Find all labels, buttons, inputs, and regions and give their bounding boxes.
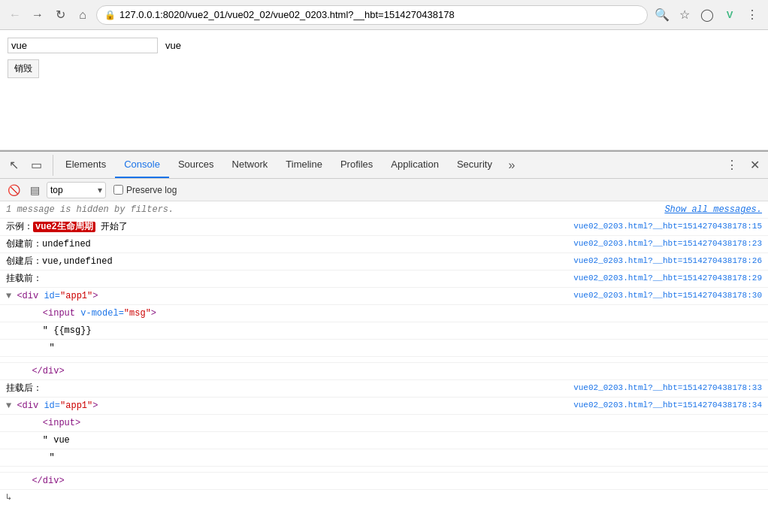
tab-elements[interactable]: Elements bbox=[56, 152, 115, 178]
console-line-input2: <input> bbox=[0, 415, 768, 432]
show-all-messages-link[interactable]: Show all messages. bbox=[664, 203, 762, 216]
console-line-input-vmodel: <input v-model="msg"> bbox=[0, 305, 768, 322]
closing-quote2-text: " bbox=[6, 451, 762, 464]
console-line-close-div1: </div> bbox=[0, 363, 768, 380]
devtools-actions: ⋮ ✕ bbox=[721, 155, 765, 176]
clear-console-button[interactable]: 🚫 bbox=[5, 181, 23, 199]
filter-icon: ▤ bbox=[30, 184, 40, 196]
console-line-before-mount: 挂载前： vue02_0203.html?__hbt=1514270438178… bbox=[0, 271, 768, 288]
devtools-panel: ↖ ▭ Elements Console Sources Network Tim… bbox=[0, 150, 768, 532]
before-mount-source-link[interactable]: vue02_0203.html?__hbt=1514270438178:29 bbox=[573, 272, 762, 286]
filter-button[interactable]: ▤ bbox=[26, 181, 44, 199]
console-line-example: 示例：vue2生命周期 开始了 vue02_0203.html?__hbt=15… bbox=[0, 219, 768, 236]
created-source-link[interactable]: vue02_0203.html?__hbt=1514270438178:26 bbox=[573, 255, 762, 268]
filter-input-wrap: ▾ bbox=[47, 182, 106, 198]
devtools-close-button[interactable]: ✕ bbox=[744, 155, 765, 176]
input2-text: <input> bbox=[6, 416, 762, 430]
created-text: 创建后：vue,undefined bbox=[6, 255, 573, 268]
console-bottom-indicator: ↳ bbox=[0, 490, 768, 504]
bookmark-button[interactable]: ☆ bbox=[675, 5, 694, 25]
after-mount-source-link[interactable]: vue02_0203.html?__hbt=1514270438178:33 bbox=[573, 382, 762, 395]
div-tag: <div bbox=[17, 291, 44, 301]
toolbar-actions: 🔍 ☆ ◯ V ⋮ bbox=[652, 5, 762, 25]
preserve-log-checkbox[interactable] bbox=[113, 185, 123, 195]
lock-icon: 🔒 bbox=[104, 10, 116, 20]
after-mount-text: 挂载后： bbox=[6, 382, 573, 395]
attr-val: "app1" bbox=[60, 291, 92, 301]
console-line-before-create: 创建前：undefined vue02_0203.html?__hbt=1514… bbox=[0, 236, 768, 253]
lifecycle-badge: vue2生命周期 bbox=[33, 222, 95, 232]
more-options-button[interactable]: ⋮ bbox=[742, 5, 762, 25]
url-input[interactable] bbox=[119, 9, 639, 20]
tab-security[interactable]: Security bbox=[448, 152, 501, 178]
console-line-closing-quote2: " bbox=[0, 449, 768, 467]
devtools-header: ↖ ▭ Elements Console Sources Network Tim… bbox=[0, 152, 768, 179]
devtools-tabs: Elements Console Sources Network Timelin… bbox=[56, 152, 721, 178]
destroy-button[interactable]: 销毁 bbox=[8, 59, 39, 78]
dom2-text: ▼ <div id="app1"> bbox=[6, 399, 573, 413]
back-button[interactable]: ← bbox=[6, 6, 24, 24]
console-toolbar: 🚫 ▤ ▾ Preserve log bbox=[0, 179, 768, 201]
tab-application[interactable]: Application bbox=[382, 152, 448, 178]
attr-id: id= bbox=[44, 291, 60, 301]
vue-extension-button[interactable]: V bbox=[720, 5, 739, 25]
preserve-log-wrap: Preserve log bbox=[113, 185, 177, 195]
example-source-link[interactable]: vue02_0203.html?__hbt=1514270438178:15 bbox=[573, 220, 762, 234]
tab-profiles[interactable]: Profiles bbox=[331, 152, 382, 178]
triangle-icon: ▼ bbox=[6, 291, 17, 301]
close-div2-text: </div> bbox=[6, 474, 762, 488]
console-line-close-div2: </div> bbox=[0, 473, 768, 490]
console-line-msg-template: " {{msg}} bbox=[0, 322, 768, 340]
device-toolbar-button[interactable]: ▭ bbox=[26, 155, 47, 176]
before-create-source-link[interactable]: vue02_0203.html?__hbt=1514270438178:23 bbox=[573, 237, 762, 251]
search-button[interactable]: 🔍 bbox=[652, 5, 672, 25]
dom1-source-link[interactable]: vue02_0203.html?__hbt=1514270438178:30 bbox=[573, 289, 762, 303]
console-line-blank2 bbox=[0, 467, 768, 473]
example-suffix: 开始了 bbox=[95, 222, 128, 232]
console-line-blank1 bbox=[0, 357, 768, 363]
tab-timeline[interactable]: Timeline bbox=[277, 152, 331, 178]
tab-console[interactable]: Console bbox=[115, 152, 169, 178]
cursor-indicator: ↳ bbox=[6, 491, 11, 503]
preserve-log-label[interactable]: Preserve log bbox=[126, 185, 177, 195]
clear-icon: 🚫 bbox=[8, 184, 20, 196]
before-mount-text: 挂载前： bbox=[6, 272, 573, 286]
dom1-text: ▼ <div id="app1"> bbox=[6, 289, 573, 303]
filter-dropdown-arrow[interactable]: ▾ bbox=[98, 185, 102, 195]
console-line-created: 创建后：vue,undefined vue02_0203.html?__hbt=… bbox=[0, 253, 768, 271]
home-button[interactable]: ⌂ bbox=[74, 6, 92, 24]
input-vmodel-text: <input v-model="msg"> bbox=[6, 307, 762, 320]
vue-display-text: vue bbox=[165, 40, 181, 51]
tab-sources[interactable]: Sources bbox=[169, 152, 223, 178]
reload-button[interactable]: ↻ bbox=[51, 6, 69, 24]
element-inspector-button[interactable]: ↖ bbox=[3, 155, 24, 176]
console-line-closing-quote1: " bbox=[0, 340, 768, 357]
close-angle: > bbox=[92, 291, 98, 301]
console-content[interactable]: 1 message is hidden by filters. Show all… bbox=[0, 201, 768, 532]
close-div1-text: </div> bbox=[6, 364, 762, 378]
more-tabs-button[interactable]: » bbox=[501, 155, 522, 176]
tab-network[interactable]: Network bbox=[223, 152, 277, 178]
console-line-vue-text: " vue bbox=[0, 432, 768, 449]
console-line-dom1: ▼ <div id="app1"> vue02_0203.html?__hbt=… bbox=[0, 288, 768, 305]
console-filter-message: 1 message is hidden by filters. Show all… bbox=[0, 201, 768, 219]
closing-quote1-text: " bbox=[6, 341, 762, 355]
forward-button[interactable]: → bbox=[29, 6, 47, 24]
vue-model-input[interactable] bbox=[8, 38, 158, 53]
console-line-after-mount: 挂载后： vue02_0203.html?__hbt=1514270438178… bbox=[0, 380, 768, 397]
vue-text-content: " vue bbox=[6, 434, 762, 447]
screenshot-button[interactable]: ◯ bbox=[697, 5, 717, 25]
input-row: vue bbox=[8, 38, 760, 53]
msg-template-text: " {{msg}} bbox=[6, 324, 762, 337]
before-create-text: 创建前：undefined bbox=[6, 237, 573, 251]
example-prefix: 示例： bbox=[6, 222, 33, 232]
console-line-dom2: ▼ <div id="app1"> vue02_0203.html?__hbt=… bbox=[0, 397, 768, 415]
page-content: vue 销毁 bbox=[0, 30, 768, 150]
filter-message-text: 1 message is hidden by filters. bbox=[6, 203, 664, 216]
devtools-icon-bar: ↖ ▭ bbox=[3, 155, 53, 176]
browser-toolbar: ← → ↻ ⌂ 🔒 🔍 ☆ ◯ V ⋮ bbox=[0, 0, 768, 30]
devtools-settings-button[interactable]: ⋮ bbox=[721, 155, 742, 176]
dom2-source-link[interactable]: vue02_0203.html?__hbt=1514270438178:34 bbox=[573, 399, 762, 413]
filter-input[interactable] bbox=[50, 185, 95, 195]
address-bar: 🔒 bbox=[96, 5, 648, 25]
